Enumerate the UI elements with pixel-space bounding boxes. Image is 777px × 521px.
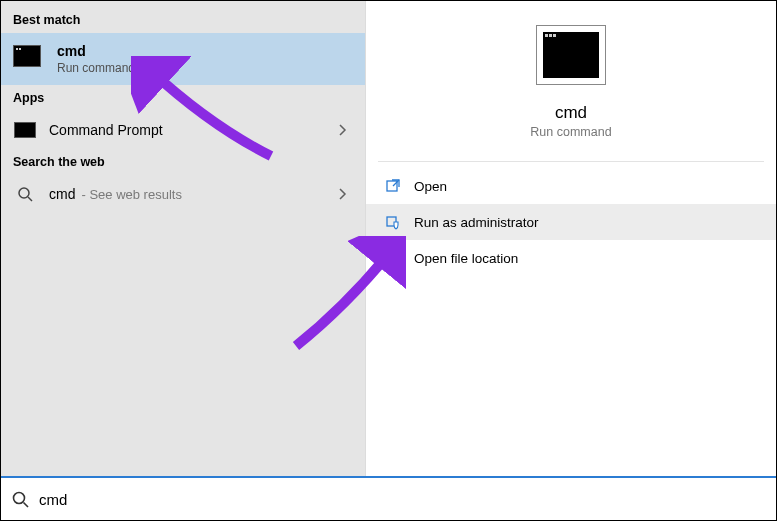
svg-point-0 [19, 188, 29, 198]
results-column: Best match cmd Run command Apps Command … [1, 1, 366, 476]
apps-result-command-prompt[interactable]: Command Prompt [1, 111, 365, 149]
chevron-right-icon[interactable] [339, 124, 353, 136]
admin-shield-icon [384, 213, 402, 231]
best-match-subtitle: Run command [57, 61, 135, 75]
section-header-apps: Apps [1, 85, 365, 111]
svg-rect-2 [387, 181, 397, 191]
action-open[interactable]: Open [366, 168, 776, 204]
action-open-label: Open [414, 179, 447, 194]
search-icon [13, 185, 37, 203]
web-result-cmd[interactable]: cmd - See web results [1, 175, 365, 213]
svg-line-6 [24, 503, 29, 508]
web-result-label: cmd - See web results [49, 186, 327, 202]
svg-line-1 [28, 197, 32, 201]
web-result-suffix: - See web results [81, 187, 181, 202]
section-header-web: Search the web [1, 149, 365, 175]
action-open-location-label: Open file location [414, 251, 518, 266]
chevron-right-icon[interactable] [339, 188, 353, 200]
preview-header: cmd Run command [366, 25, 776, 139]
action-run-admin-label: Run as administrator [414, 215, 539, 230]
search-bar[interactable] [1, 476, 776, 520]
action-list: Open Run as administrator Open file loca… [366, 168, 776, 276]
search-input[interactable] [39, 491, 766, 508]
preview-title: cmd [555, 103, 587, 123]
svg-point-5 [14, 493, 25, 504]
apps-result-label: Command Prompt [49, 122, 327, 138]
best-match-texts: cmd Run command [57, 43, 135, 75]
search-icon [11, 490, 29, 508]
divider [378, 161, 764, 162]
preview-subtitle: Run command [530, 125, 611, 139]
section-header-best-match: Best match [1, 7, 365, 33]
start-search-panel: Best match cmd Run command Apps Command … [0, 0, 777, 521]
web-result-term: cmd [49, 186, 75, 202]
cmd-large-icon [536, 25, 606, 85]
content-panes: Best match cmd Run command Apps Command … [1, 1, 776, 476]
best-match-title: cmd [57, 43, 135, 59]
best-match-result[interactable]: cmd Run command [1, 33, 365, 85]
open-icon [384, 177, 402, 195]
cmd-icon [13, 45, 45, 73]
action-open-file-location[interactable]: Open file location [366, 240, 776, 276]
action-run-as-administrator[interactable]: Run as administrator [366, 204, 776, 240]
cmd-icon [13, 121, 37, 139]
preview-column: cmd Run command Open Run as administrato… [366, 1, 776, 476]
folder-icon [384, 249, 402, 267]
